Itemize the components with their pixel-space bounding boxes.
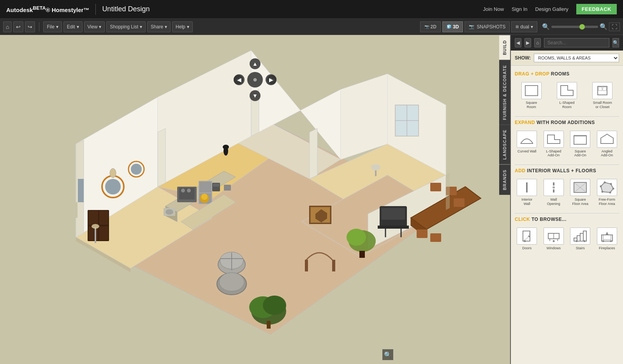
svg-rect-80 [305, 260, 308, 271]
svg-point-107 [604, 182, 605, 184]
svg-point-112 [528, 236, 530, 237]
svg-point-71 [371, 164, 380, 170]
l-shaped-room-item[interactable]: L-ShapedRoom [550, 80, 583, 111]
divider-1 [515, 116, 619, 117]
expand-section-title: EXPAND WITH ROOM ADDITIONS [515, 120, 619, 125]
free-form-floor-area-icon [597, 179, 617, 196]
svg-rect-91 [603, 87, 606, 91]
svg-point-21 [131, 164, 142, 175]
svg-rect-52 [267, 321, 271, 329]
fireplaces-label: Fireplaces [599, 246, 615, 250]
curved-wall-item[interactable]: Curved Wall [515, 129, 539, 159]
side-tab-landscape[interactable]: LANDSCAPE [499, 124, 510, 164]
file-menu[interactable]: File ▾ [43, 21, 62, 32]
nav-control: ↺ ↻ ▲ ▼ ◀ ▶ ⊕ [234, 58, 276, 101]
svg-point-108 [610, 183, 612, 185]
square-floor-area-icon [570, 179, 590, 196]
wall-opening-item[interactable]: WallOpening [542, 177, 566, 208]
square-floor-area-item[interactable]: SquareFloor Area [568, 177, 593, 208]
l-shaped-addon-label: L-ShapedAdd-On [546, 149, 561, 158]
view-3d-button[interactable]: 🧊 3D [442, 21, 463, 32]
l-shaped-addon-item[interactable]: L-ShapedAdd-On [542, 129, 566, 159]
edit-menu[interactable]: Edit ▾ [63, 21, 83, 32]
home-button[interactable]: ⌂ [3, 21, 12, 32]
stairs-item[interactable]: Stairs [568, 226, 593, 252]
snapshots-button[interactable]: 📷 SNAPSHOTS [465, 21, 510, 32]
drag-drop-section-title: DRAG + DROP ROOMS [515, 71, 619, 77]
square-addon-item[interactable]: SquareAdd-On [568, 129, 593, 159]
zoom-handle[interactable] [579, 24, 585, 30]
view-2d-button[interactable]: 📷 2D [420, 21, 441, 32]
panel-home-button[interactable]: ⌂ [534, 38, 541, 47]
panel-forward-button[interactable]: ▶ [524, 38, 531, 47]
zoom-bar[interactable] [551, 26, 598, 28]
free-form-floor-area-item[interactable]: Free-FormFloor Area [595, 177, 619, 208]
svg-point-109 [612, 188, 614, 190]
svg-point-129 [610, 240, 612, 242]
svg-point-19 [105, 179, 121, 194]
svg-rect-67 [359, 251, 365, 258]
panel-body: DRAG + DROP ROOMS SquareRoom [511, 66, 623, 364]
feedback-button[interactable]: FEEDBACK [576, 4, 617, 14]
svg-rect-54 [382, 208, 405, 220]
nav-ring: ↺ ↻ ▲ ▼ ◀ ▶ ⊕ [234, 58, 276, 101]
interior-wall-item[interactable]: InteriorWall [515, 177, 539, 208]
beta-badge: BETA [33, 5, 46, 11]
square-room-item[interactable]: SquareRoom [515, 80, 548, 111]
drag-drop-rooms-grid: SquareRoom L-ShapedRoom [515, 80, 619, 111]
panel-search-button[interactable]: 🔍 [612, 38, 619, 47]
side-tab-build[interactable]: BUILD [499, 35, 510, 60]
shopping-list-menu[interactable]: Shopping List ▾ [106, 21, 146, 32]
dual-button[interactable]: ⊞ dual ▾ [511, 21, 537, 32]
svg-rect-87 [525, 86, 538, 96]
side-tab-furnish[interactable]: FURNISH & DECORATE [499, 60, 510, 125]
angled-addon-item[interactable]: AngledAdd-On [595, 129, 619, 159]
doors-item[interactable]: Doors [515, 226, 539, 252]
svg-rect-27 [99, 226, 108, 240]
sign-in-link[interactable]: Sign In [512, 6, 527, 12]
redo-button[interactable]: ↪ [25, 21, 35, 32]
svg-point-128 [602, 240, 604, 242]
svg-point-77 [223, 145, 229, 149]
panel-search-input[interactable] [544, 38, 609, 47]
svg-marker-127 [605, 232, 609, 235]
viewport[interactable]: ↺ ↻ ▲ ▼ ◀ ▶ ⊕ [0, 35, 510, 364]
nav-left-button[interactable]: ◀ [234, 74, 245, 85]
share-menu[interactable]: Share ▾ [147, 21, 171, 32]
design-gallery-link[interactable]: Design Gallery [535, 6, 568, 12]
svg-rect-81 [332, 260, 335, 271]
windows-icon [544, 228, 564, 245]
nav-up-button[interactable]: ▲ [250, 58, 260, 69]
small-room-item[interactable]: Small Roomor Closet [586, 80, 619, 111]
svg-point-100 [553, 186, 555, 189]
help-menu[interactable]: Help ▾ [172, 21, 193, 32]
show-row: SHOW: ROOMS, WALLS & AREAS ALL FLOOR PLA… [511, 51, 623, 66]
join-now-link[interactable]: Join Now [483, 6, 504, 12]
nav-right-button[interactable]: ▶ [266, 74, 276, 85]
nav-center-button[interactable]: ⊕ [247, 72, 263, 88]
curved-wall-label: Curved Wall [517, 149, 537, 154]
side-tab-brands[interactable]: BRANDS [499, 164, 510, 195]
l-shaped-room-label: L-ShapedRoom [559, 101, 574, 109]
square-floor-area-label: SquareFloor Area [572, 198, 588, 206]
nav-down-button[interactable]: ▼ [250, 90, 260, 101]
zoom-out-button[interactable]: 🔍 [542, 23, 550, 30]
show-dropdown[interactable]: ROOMS, WALLS & AREAS ALL FLOOR PLAN [534, 54, 619, 62]
svg-point-106 [600, 186, 602, 187]
wall-opening-icon [544, 179, 564, 196]
view-menu[interactable]: View ▾ [84, 21, 105, 32]
viewport-magnifier[interactable]: 🔍 [382, 349, 393, 360]
svg-marker-11 [158, 128, 165, 187]
undo-button[interactable]: ↩ [13, 21, 23, 32]
panel-back-button[interactable]: ◀ [515, 38, 521, 47]
fireplaces-item[interactable]: Fireplaces [595, 226, 619, 252]
design-title[interactable]: Untitled Design [102, 5, 150, 13]
zoom-in-button[interactable]: 🔍 [600, 23, 607, 30]
main-content: ↺ ↻ ▲ ▼ ◀ ▶ ⊕ [0, 35, 623, 364]
browse-section-title: CLICK TO BROWSE... [515, 217, 619, 222]
doors-icon [517, 228, 537, 245]
svg-rect-62 [454, 198, 465, 207]
windows-item[interactable]: Windows [542, 226, 566, 252]
fullscreen-button[interactable]: ⛶ [609, 23, 620, 31]
svg-point-79 [92, 224, 99, 229]
